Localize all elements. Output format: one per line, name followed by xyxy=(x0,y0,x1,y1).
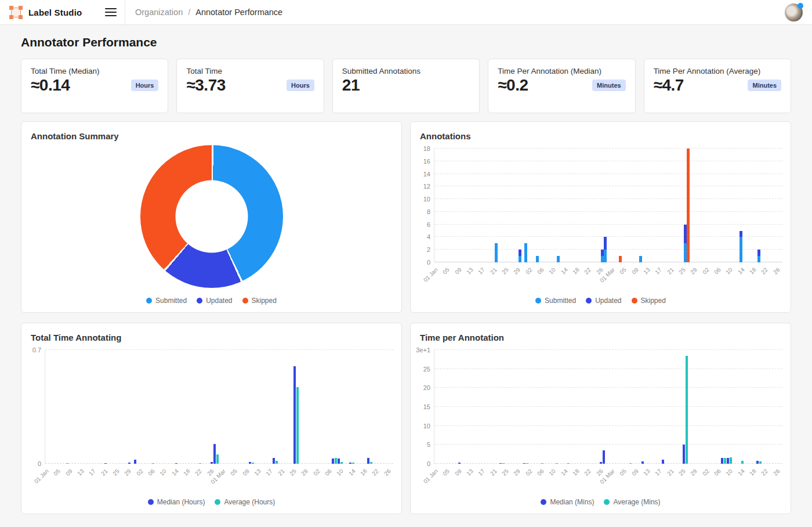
bar-average-hours xyxy=(335,458,337,464)
y-axis-label: 2 xyxy=(411,247,430,253)
legend-label: Average (Hours) xyxy=(224,498,275,506)
x-axis-label: 21 xyxy=(489,266,498,276)
bar-median-hours xyxy=(249,462,251,464)
bar-average-hours xyxy=(370,462,372,464)
x-axis-label: 13 xyxy=(642,468,651,477)
x-axis-label: 17 xyxy=(477,468,486,477)
stat-value-row: ≈3.73Hours xyxy=(186,76,314,95)
x-axis-label: 14 xyxy=(560,266,569,276)
bar-updated xyxy=(604,237,607,250)
y-axis-label: 20 xyxy=(411,385,430,391)
bar-skipped xyxy=(619,256,622,262)
bar-median-hours xyxy=(367,458,369,464)
x-axis-label: 09 xyxy=(630,266,640,276)
y-axis-label: 15 xyxy=(411,404,430,410)
chart-title-annotation-summary: Annotation Summary xyxy=(31,131,119,141)
stat-card-1: Total Time≈3.73Hours xyxy=(176,59,324,113)
bar-updated xyxy=(519,250,521,256)
legend-label: Median (Hours) xyxy=(157,498,205,506)
donut-chart xyxy=(140,145,283,288)
bar-median-mins xyxy=(683,445,685,464)
breadcrumb-separator: / xyxy=(188,8,190,17)
x-axis-label: 29 xyxy=(124,468,133,477)
y-axis-label: 25 xyxy=(411,366,430,372)
page-title: Annotator Performance xyxy=(21,35,791,49)
legend-item-average-hours[interactable]: Average (Hours) xyxy=(215,498,275,506)
y-axis-label: 5 xyxy=(411,442,430,448)
x-axis-label: 25 xyxy=(677,266,687,276)
x-axis-label: 22 xyxy=(371,468,380,477)
y-axis-label: 18 xyxy=(411,146,430,152)
x-axis-label: 22 xyxy=(760,468,770,477)
x-axis-label: 26 xyxy=(772,468,781,477)
grid-line xyxy=(434,236,782,237)
bar-average-hours xyxy=(66,463,68,464)
x-axis-label: 21 xyxy=(489,468,498,477)
legend-item-updated[interactable]: Updated xyxy=(197,297,232,305)
x-axis-label: 05 xyxy=(441,468,451,477)
x-axis-label: 05 xyxy=(619,468,628,477)
x-axis-label: 18 xyxy=(748,468,757,477)
stat-card-3: Time Per Annotation (Median)≈0.2Minutes xyxy=(488,59,635,113)
x-axis-label: 25 xyxy=(677,468,687,477)
x-axis-label: 09 xyxy=(454,266,463,276)
x-axis-label: 17 xyxy=(477,266,486,276)
bar-average-hours xyxy=(216,454,219,464)
bar-average-mins xyxy=(502,463,505,464)
bar-submitted xyxy=(536,256,539,262)
grid-line xyxy=(45,349,393,350)
legend-item-updated[interactable]: Updated xyxy=(586,297,621,305)
grid-line xyxy=(434,224,782,225)
grid-line xyxy=(434,249,782,250)
grid-line xyxy=(434,349,782,350)
bar-median-mins xyxy=(603,450,605,464)
grid-line xyxy=(434,198,782,199)
user-avatar[interactable] xyxy=(785,3,803,21)
legend-label: Updated xyxy=(206,297,232,305)
bar-median-hours xyxy=(338,459,340,464)
grid-line xyxy=(434,186,782,186)
legend-item-skipped[interactable]: Skipped xyxy=(632,297,666,305)
chart-title-total-time-annotating: Total Time Annotating xyxy=(31,333,121,342)
x-axis-label: 29 xyxy=(513,468,522,477)
bar-average-mins xyxy=(724,458,726,464)
x-axis-label: 21 xyxy=(666,266,675,276)
donut-hole xyxy=(175,181,248,253)
x-axis-label: 26 xyxy=(383,468,392,477)
legend-label: Updated xyxy=(595,297,621,305)
bar-median-mins xyxy=(523,463,525,464)
legend-label: Median (Mins) xyxy=(550,498,594,506)
x-axis-label: 09 xyxy=(454,468,463,477)
x-axis-label: 06 xyxy=(147,468,156,477)
legend-item-submitted[interactable]: Submitted xyxy=(146,297,187,305)
x-axis-label: 29 xyxy=(690,266,699,276)
x-axis-label: 02 xyxy=(524,266,534,276)
chart-plot-annotations: 02468101214161801 Jan0509131721252902061… xyxy=(434,149,782,262)
x-axis-label: 05 xyxy=(230,468,239,477)
x-axis-label: 25 xyxy=(501,468,510,477)
legend-item-average-mins[interactable]: Average (Mins) xyxy=(604,498,660,506)
x-axis-label: 10 xyxy=(725,266,734,276)
bar-median-hours xyxy=(175,463,177,464)
bar-average-mins xyxy=(526,463,528,464)
hamburger-menu-icon[interactable] xyxy=(105,8,117,16)
legend-item-median-hours[interactable]: Median (Hours) xyxy=(148,498,205,506)
chart-title-annotations: Annotations xyxy=(420,131,471,141)
x-axis-label: 17 xyxy=(654,266,664,276)
x-axis-label: 22 xyxy=(583,266,593,276)
legend-item-median-mins[interactable]: Median (Mins) xyxy=(541,498,594,506)
stat-card-unit-badge: Minutes xyxy=(592,80,626,91)
x-axis-label: 13 xyxy=(642,266,651,276)
legend-item-skipped[interactable]: Skipped xyxy=(242,297,277,305)
y-axis-label: 14 xyxy=(411,171,430,177)
bar-average-mins xyxy=(541,463,543,464)
bar-median-hours xyxy=(293,366,296,464)
stat-card-2: Submitted Annotations21 xyxy=(332,59,480,113)
x-axis-label: 13 xyxy=(253,468,262,477)
legend-item-submitted[interactable]: Submitted xyxy=(535,297,576,305)
stat-cards-row: Total Time (Median)≈0.14HoursTotal Time≈… xyxy=(21,59,791,113)
bar-median-hours xyxy=(134,460,136,464)
breadcrumb-organization[interactable]: Organization xyxy=(135,8,183,17)
legend-dot-icon xyxy=(632,298,637,304)
grid-line xyxy=(434,211,782,212)
